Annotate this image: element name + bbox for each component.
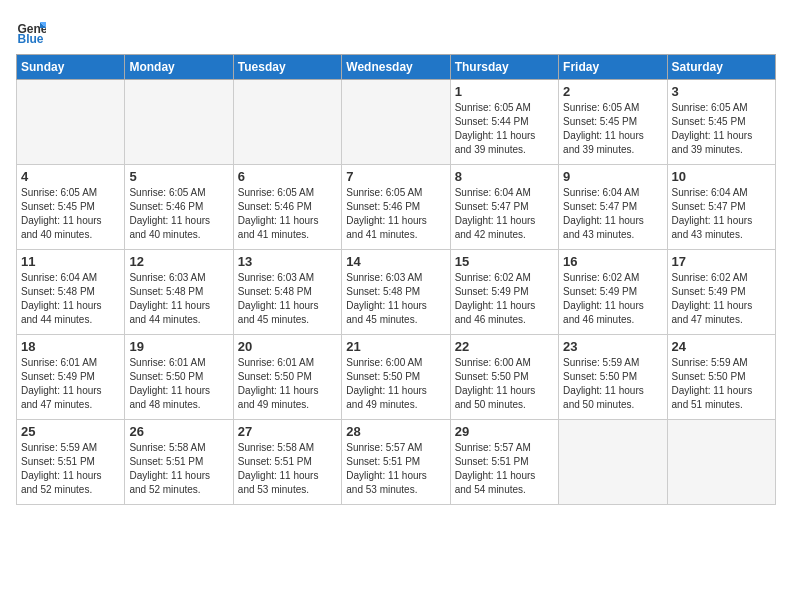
day-info: Sunrise: 6:01 AM Sunset: 5:49 PM Dayligh… (21, 356, 120, 412)
calendar-cell: 20Sunrise: 6:01 AM Sunset: 5:50 PM Dayli… (233, 335, 341, 420)
logo: General Blue (16, 16, 50, 46)
day-info: Sunrise: 6:02 AM Sunset: 5:49 PM Dayligh… (563, 271, 662, 327)
day-number: 2 (563, 84, 662, 99)
day-info: Sunrise: 6:04 AM Sunset: 5:48 PM Dayligh… (21, 271, 120, 327)
calendar-cell: 23Sunrise: 5:59 AM Sunset: 5:50 PM Dayli… (559, 335, 667, 420)
day-info: Sunrise: 6:01 AM Sunset: 5:50 PM Dayligh… (129, 356, 228, 412)
day-number: 24 (672, 339, 771, 354)
day-info: Sunrise: 6:05 AM Sunset: 5:45 PM Dayligh… (21, 186, 120, 242)
calendar-cell (125, 80, 233, 165)
day-number: 22 (455, 339, 554, 354)
day-number: 27 (238, 424, 337, 439)
day-info: Sunrise: 6:05 AM Sunset: 5:46 PM Dayligh… (238, 186, 337, 242)
day-number: 15 (455, 254, 554, 269)
day-number: 1 (455, 84, 554, 99)
calendar-cell: 21Sunrise: 6:00 AM Sunset: 5:50 PM Dayli… (342, 335, 450, 420)
calendar-cell (559, 420, 667, 505)
day-info: Sunrise: 5:59 AM Sunset: 5:51 PM Dayligh… (21, 441, 120, 497)
day-info: Sunrise: 6:05 AM Sunset: 5:46 PM Dayligh… (129, 186, 228, 242)
day-info: Sunrise: 6:04 AM Sunset: 5:47 PM Dayligh… (672, 186, 771, 242)
day-number: 7 (346, 169, 445, 184)
calendar-cell: 5Sunrise: 6:05 AM Sunset: 5:46 PM Daylig… (125, 165, 233, 250)
calendar-cell: 24Sunrise: 5:59 AM Sunset: 5:50 PM Dayli… (667, 335, 775, 420)
day-number: 4 (21, 169, 120, 184)
day-info: Sunrise: 5:59 AM Sunset: 5:50 PM Dayligh… (563, 356, 662, 412)
day-number: 8 (455, 169, 554, 184)
calendar-cell (17, 80, 125, 165)
calendar-cell: 2Sunrise: 6:05 AM Sunset: 5:45 PM Daylig… (559, 80, 667, 165)
day-number: 20 (238, 339, 337, 354)
calendar-cell: 3Sunrise: 6:05 AM Sunset: 5:45 PM Daylig… (667, 80, 775, 165)
day-number: 29 (455, 424, 554, 439)
day-number: 6 (238, 169, 337, 184)
calendar-table: SundayMondayTuesdayWednesdayThursdayFrid… (16, 54, 776, 505)
day-info: Sunrise: 6:05 AM Sunset: 5:45 PM Dayligh… (672, 101, 771, 157)
weekday-header-friday: Friday (559, 55, 667, 80)
calendar-cell: 28Sunrise: 5:57 AM Sunset: 5:51 PM Dayli… (342, 420, 450, 505)
day-info: Sunrise: 6:04 AM Sunset: 5:47 PM Dayligh… (455, 186, 554, 242)
weekday-header-wednesday: Wednesday (342, 55, 450, 80)
day-info: Sunrise: 6:05 AM Sunset: 5:44 PM Dayligh… (455, 101, 554, 157)
weekday-header-monday: Monday (125, 55, 233, 80)
calendar-cell: 27Sunrise: 5:58 AM Sunset: 5:51 PM Dayli… (233, 420, 341, 505)
day-info: Sunrise: 6:02 AM Sunset: 5:49 PM Dayligh… (672, 271, 771, 327)
day-info: Sunrise: 5:57 AM Sunset: 5:51 PM Dayligh… (346, 441, 445, 497)
day-info: Sunrise: 6:00 AM Sunset: 5:50 PM Dayligh… (346, 356, 445, 412)
calendar-cell: 9Sunrise: 6:04 AM Sunset: 5:47 PM Daylig… (559, 165, 667, 250)
calendar-cell: 10Sunrise: 6:04 AM Sunset: 5:47 PM Dayli… (667, 165, 775, 250)
header: General Blue (16, 16, 776, 46)
day-number: 5 (129, 169, 228, 184)
day-info: Sunrise: 5:57 AM Sunset: 5:51 PM Dayligh… (455, 441, 554, 497)
day-number: 16 (563, 254, 662, 269)
day-info: Sunrise: 6:01 AM Sunset: 5:50 PM Dayligh… (238, 356, 337, 412)
calendar-cell: 14Sunrise: 6:03 AM Sunset: 5:48 PM Dayli… (342, 250, 450, 335)
day-number: 26 (129, 424, 228, 439)
day-info: Sunrise: 6:04 AM Sunset: 5:47 PM Dayligh… (563, 186, 662, 242)
calendar-cell: 8Sunrise: 6:04 AM Sunset: 5:47 PM Daylig… (450, 165, 558, 250)
day-number: 21 (346, 339, 445, 354)
day-number: 13 (238, 254, 337, 269)
day-number: 12 (129, 254, 228, 269)
day-number: 23 (563, 339, 662, 354)
day-info: Sunrise: 6:03 AM Sunset: 5:48 PM Dayligh… (129, 271, 228, 327)
day-info: Sunrise: 6:00 AM Sunset: 5:50 PM Dayligh… (455, 356, 554, 412)
calendar-cell: 22Sunrise: 6:00 AM Sunset: 5:50 PM Dayli… (450, 335, 558, 420)
calendar-cell: 12Sunrise: 6:03 AM Sunset: 5:48 PM Dayli… (125, 250, 233, 335)
day-number: 9 (563, 169, 662, 184)
calendar-cell (342, 80, 450, 165)
day-number: 28 (346, 424, 445, 439)
day-number: 25 (21, 424, 120, 439)
day-info: Sunrise: 6:03 AM Sunset: 5:48 PM Dayligh… (238, 271, 337, 327)
weekday-header-sunday: Sunday (17, 55, 125, 80)
day-info: Sunrise: 5:58 AM Sunset: 5:51 PM Dayligh… (238, 441, 337, 497)
calendar-cell: 16Sunrise: 6:02 AM Sunset: 5:49 PM Dayli… (559, 250, 667, 335)
day-number: 3 (672, 84, 771, 99)
calendar-cell: 26Sunrise: 5:58 AM Sunset: 5:51 PM Dayli… (125, 420, 233, 505)
calendar-cell: 29Sunrise: 5:57 AM Sunset: 5:51 PM Dayli… (450, 420, 558, 505)
day-number: 10 (672, 169, 771, 184)
calendar-cell (233, 80, 341, 165)
day-number: 19 (129, 339, 228, 354)
day-number: 14 (346, 254, 445, 269)
calendar-cell: 1Sunrise: 6:05 AM Sunset: 5:44 PM Daylig… (450, 80, 558, 165)
calendar-cell: 18Sunrise: 6:01 AM Sunset: 5:49 PM Dayli… (17, 335, 125, 420)
weekday-header-saturday: Saturday (667, 55, 775, 80)
calendar-cell: 25Sunrise: 5:59 AM Sunset: 5:51 PM Dayli… (17, 420, 125, 505)
day-info: Sunrise: 6:03 AM Sunset: 5:48 PM Dayligh… (346, 271, 445, 327)
day-number: 18 (21, 339, 120, 354)
day-info: Sunrise: 6:02 AM Sunset: 5:49 PM Dayligh… (455, 271, 554, 327)
calendar-cell (667, 420, 775, 505)
calendar-cell: 11Sunrise: 6:04 AM Sunset: 5:48 PM Dayli… (17, 250, 125, 335)
calendar-cell: 7Sunrise: 6:05 AM Sunset: 5:46 PM Daylig… (342, 165, 450, 250)
day-number: 11 (21, 254, 120, 269)
calendar-cell: 19Sunrise: 6:01 AM Sunset: 5:50 PM Dayli… (125, 335, 233, 420)
svg-text:Blue: Blue (18, 32, 44, 46)
day-info: Sunrise: 6:05 AM Sunset: 5:45 PM Dayligh… (563, 101, 662, 157)
weekday-header-tuesday: Tuesday (233, 55, 341, 80)
calendar-cell: 17Sunrise: 6:02 AM Sunset: 5:49 PM Dayli… (667, 250, 775, 335)
calendar-cell: 4Sunrise: 6:05 AM Sunset: 5:45 PM Daylig… (17, 165, 125, 250)
day-info: Sunrise: 5:59 AM Sunset: 5:50 PM Dayligh… (672, 356, 771, 412)
day-info: Sunrise: 6:05 AM Sunset: 5:46 PM Dayligh… (346, 186, 445, 242)
weekday-header-thursday: Thursday (450, 55, 558, 80)
day-number: 17 (672, 254, 771, 269)
